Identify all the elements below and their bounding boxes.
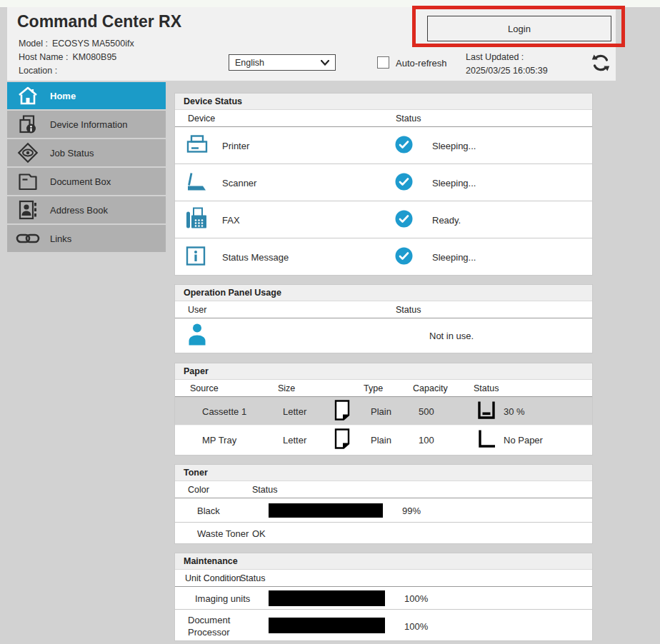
paper-row-cassette-1: Cassette 1 Letter Plain 500 30 % bbox=[175, 397, 592, 426]
toner-level-bar bbox=[269, 503, 383, 518]
location-label: Location : bbox=[19, 66, 57, 76]
column-status: Status bbox=[396, 305, 421, 315]
host-name-label: Host Name : bbox=[19, 52, 68, 62]
sidebar-item-device-information[interactable]: Device Information bbox=[7, 111, 166, 138]
device-row-scanner: Scanner Sleeping... bbox=[175, 164, 592, 201]
column-status: Status bbox=[240, 573, 265, 583]
check-circle-icon bbox=[395, 210, 413, 230]
command-center-rx-page: Command Center RX Model :ECOSYS MA5500if… bbox=[0, 0, 660, 644]
device-name: Scanner bbox=[222, 177, 256, 188]
paper-capacity: 500 bbox=[419, 406, 434, 416]
language-selected-value: English bbox=[235, 58, 264, 68]
model-value: ECOSYS MA5500ifx bbox=[52, 39, 134, 49]
device-row-fax: FAX Ready. bbox=[175, 201, 592, 238]
model-line: Model :ECOSYS MA5500ifx bbox=[19, 39, 139, 49]
tray-empty-icon bbox=[476, 428, 497, 452]
column-type: Type bbox=[364, 383, 383, 393]
device-status-title: Device Status bbox=[175, 94, 592, 110]
sidebar-item-label: Document Box bbox=[50, 176, 111, 187]
device-row-printer: Printer Sleeping... bbox=[175, 127, 592, 164]
paper-type: Plain bbox=[371, 406, 391, 416]
toner-title: Toner bbox=[175, 465, 592, 481]
column-status: Status bbox=[252, 485, 277, 495]
page-title: Command Center RX bbox=[17, 12, 181, 31]
operation-panel-title: Operation Panel Usage bbox=[175, 285, 592, 301]
home-icon bbox=[16, 86, 40, 106]
paper-type: Plain bbox=[371, 435, 391, 446]
column-device: Device bbox=[188, 114, 215, 124]
sidebar-item-document-box[interactable]: Document Box bbox=[7, 168, 166, 195]
refresh-icon[interactable] bbox=[591, 53, 611, 73]
paper-row-mp-tray: MP Tray Letter Plain 100 No Paper bbox=[175, 426, 592, 454]
toner-color-label: Black bbox=[197, 505, 220, 515]
check-circle-icon bbox=[395, 136, 413, 156]
sidebar-item-job-status[interactable]: Job Status bbox=[7, 139, 166, 166]
toner-percent: 99% bbox=[402, 505, 421, 515]
paper-sheet-icon bbox=[334, 399, 351, 423]
check-circle-icon bbox=[395, 247, 413, 267]
links-icon bbox=[16, 231, 40, 246]
maintenance-row-document-processor: Document Processor 100% bbox=[175, 610, 592, 642]
sidebar-item-links[interactable]: Links bbox=[7, 225, 166, 252]
scanner-icon bbox=[185, 171, 209, 194]
maintenance-title: Maintenance bbox=[175, 553, 592, 570]
sidebar-item-home[interactable]: Home bbox=[7, 82, 166, 109]
paper-column-headers: Source Size Type Capacity Status bbox=[175, 380, 592, 397]
paper-title: Paper bbox=[175, 363, 592, 380]
device-status-text: Ready. bbox=[432, 214, 461, 225]
paper-size: Letter bbox=[283, 435, 306, 446]
tray-level-icon bbox=[476, 399, 497, 423]
sidebar-item-label: Device Information bbox=[50, 119, 127, 130]
device-status-column-headers: Device Status bbox=[175, 110, 592, 127]
auto-refresh-checkbox[interactable] bbox=[377, 56, 389, 69]
address-book-icon bbox=[16, 199, 40, 221]
host-name-line: Host Name :KM080B95 bbox=[19, 52, 121, 62]
printer-icon bbox=[185, 134, 209, 157]
sidebar-item-label: Home bbox=[50, 91, 76, 101]
column-size: Size bbox=[278, 383, 295, 393]
operation-panel-usage-card: Operation Panel Usage User Status Not in… bbox=[174, 284, 593, 353]
user-icon bbox=[186, 323, 208, 349]
device-status-text: Sleeping... bbox=[432, 252, 476, 263]
unit-percent: 100% bbox=[404, 620, 428, 631]
last-updated-label: Last Updated : bbox=[466, 51, 548, 64]
device-status-card: Device Status Device Status Printer Slee… bbox=[174, 93, 593, 276]
toner-column-headers: Color Status bbox=[175, 481, 592, 498]
column-status: Status bbox=[396, 114, 421, 124]
paper-source: Cassette 1 bbox=[202, 406, 246, 416]
device-row-status-message: Status Message Sleeping... bbox=[175, 238, 592, 276]
unit-label: Imaging units bbox=[195, 593, 250, 603]
check-circle-icon bbox=[395, 173, 413, 193]
toner-card: Toner Color Status Black 99% Waste Toner… bbox=[174, 464, 593, 544]
device-name: Printer bbox=[222, 140, 249, 151]
job-status-icon bbox=[16, 141, 40, 164]
unit-label: Document Processor bbox=[188, 614, 259, 638]
auto-refresh-label: Auto-refresh bbox=[396, 58, 447, 69]
device-status-text: Sleeping... bbox=[432, 177, 476, 188]
chevron-down-icon bbox=[321, 60, 329, 66]
operation-panel-row: Not in use. bbox=[175, 318, 592, 353]
language-select[interactable]: English bbox=[229, 54, 336, 71]
maintenance-card: Maintenance Unit Condition Status Imagin… bbox=[174, 553, 593, 641]
document-box-icon bbox=[16, 171, 40, 191]
paper-source: MP Tray bbox=[202, 435, 236, 446]
host-name-value: KM080B95 bbox=[72, 52, 116, 62]
paper-size: Letter bbox=[283, 406, 306, 416]
model-label: Model : bbox=[19, 39, 48, 49]
location-line: Location : bbox=[19, 66, 66, 76]
paper-card: Paper Source Size Type Capacity Status C… bbox=[174, 363, 593, 456]
unit-level-bar bbox=[269, 590, 385, 606]
device-name: FAX bbox=[222, 214, 240, 225]
unit-level-bar bbox=[269, 618, 385, 633]
login-button[interactable]: Login bbox=[427, 16, 611, 41]
column-source: Source bbox=[190, 383, 219, 393]
fax-icon bbox=[185, 206, 208, 233]
column-color: Color bbox=[188, 485, 209, 495]
toner-row-waste: Waste Toner OK bbox=[175, 523, 592, 544]
sidebar-item-label: Address Book bbox=[50, 205, 108, 216]
unit-percent: 100% bbox=[404, 593, 428, 603]
sidebar-item-address-book[interactable]: Address Book bbox=[7, 196, 166, 223]
sidebar: Home Device Information bbox=[7, 82, 166, 253]
sidebar-item-label: Job Status bbox=[50, 148, 94, 159]
waste-toner-status: OK bbox=[252, 528, 266, 539]
